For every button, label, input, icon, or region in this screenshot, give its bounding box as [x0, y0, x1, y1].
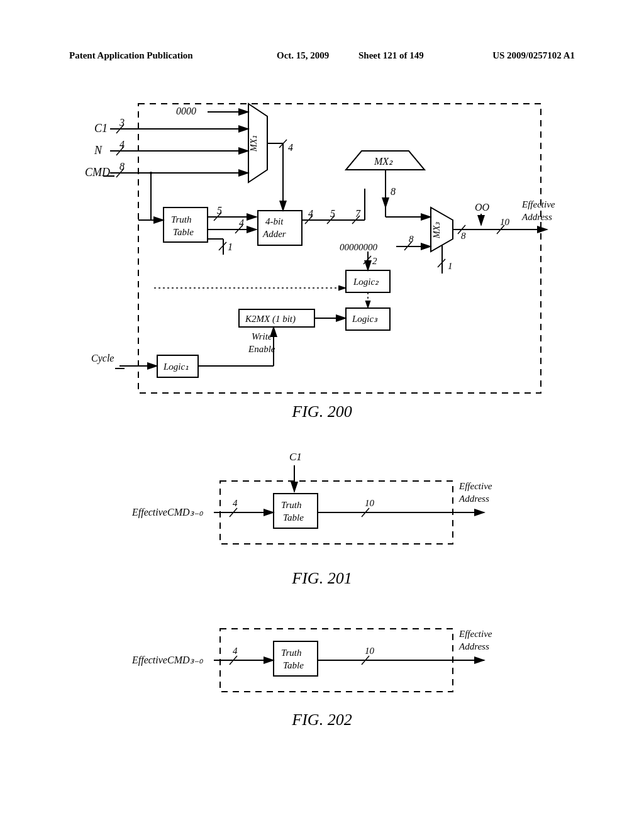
logic3-label: Logic₃: [352, 314, 378, 324]
fig201-outw: 10: [365, 498, 375, 508]
const-oo: OO: [475, 202, 490, 213]
we-l2: Enable: [248, 344, 275, 354]
logic1-label: Logic₁: [163, 362, 189, 372]
adder-l2: Adder: [262, 229, 286, 239]
hdr-publication: Patent Application Publication: [69, 50, 193, 61]
const-0000: 0000: [176, 106, 196, 116]
logic2-inw: 2: [372, 256, 377, 266]
svg-text:Effective: Effective: [458, 481, 492, 491]
k2mx-label: K2MX (1 bit): [245, 314, 296, 324]
fig-201: C1 EffectiveCMD₃₋₀ 4 Truth Table 10 Effe…: [132, 446, 509, 553]
page: { "header": { "left": "Patent Applicatio…: [0, 0, 644, 830]
truth-label1: Truth: [171, 214, 192, 224]
truth-label2: Table: [173, 227, 194, 237]
mx1-label: MX₁: [249, 135, 258, 152]
eff-addr-l2: Address: [521, 212, 552, 222]
adder-l1: 4-bit: [265, 216, 284, 226]
mx3-out8: 8: [461, 231, 466, 241]
c1-width: 3: [119, 117, 125, 128]
fig200-caption: FIG. 200: [0, 402, 644, 421]
fig202-truth: [274, 641, 318, 676]
logic2-label: Logic₂: [353, 277, 379, 287]
mx2-label: MX₂: [374, 156, 393, 167]
mx2-out-w: 8: [391, 186, 396, 197]
svg-text:Truth: Truth: [281, 648, 302, 658]
fig201-inw: 4: [233, 498, 238, 508]
svg-text:Table: Table: [283, 660, 304, 670]
fig-200: C1 3 N 4 CMD 8 0000 MX₁ 4 MX₂ 8 Truth Ta…: [82, 88, 572, 402]
fig202-inw: 4: [233, 646, 238, 656]
mx3-sel: 1: [448, 261, 453, 271]
svg-text:Address: Address: [458, 641, 489, 651]
mx1-out-w: 4: [288, 142, 293, 153]
cycle-label: Cycle: [91, 353, 114, 364]
fig-202: EffectiveCMD₃₋₀ 4 Truth Table 10 Effecti…: [132, 619, 509, 701]
label-n: N: [94, 144, 103, 157]
svg-text:Table: Table: [283, 512, 304, 523]
fig201-cmd: EffectiveCMD₃₋₀: [132, 507, 204, 518]
hdr-number: US 2009/0257102 A1: [492, 50, 575, 61]
fig202-caption: FIG. 202: [0, 711, 644, 729]
we-l1: Write: [252, 331, 272, 341]
svg-text:Truth: Truth: [281, 500, 302, 510]
truth-sel1: 1: [228, 241, 233, 252]
fig201-caption: FIG. 201: [0, 569, 644, 588]
const-8zero: 00000000: [340, 242, 378, 252]
svg-text:Address: Address: [458, 494, 489, 504]
fig201-truth: [274, 494, 318, 528]
fig201-c1: C1: [289, 451, 302, 463]
label-c1: C1: [94, 122, 108, 135]
hdr-sheet: Sheet 121 of 149: [358, 50, 424, 61]
fig202-cmd: EffectiveCMD₃₋₀: [132, 655, 204, 666]
mx3-label: MX₃: [432, 221, 441, 239]
hdr-date: Oct. 15, 2009: [277, 50, 329, 61]
addr-out10: 10: [500, 217, 510, 227]
eff-addr-l1: Effective: [521, 199, 555, 209]
fig202-outw: 10: [365, 646, 375, 656]
svg-text:Effective: Effective: [458, 629, 492, 639]
svg-point-14: [150, 172, 152, 174]
